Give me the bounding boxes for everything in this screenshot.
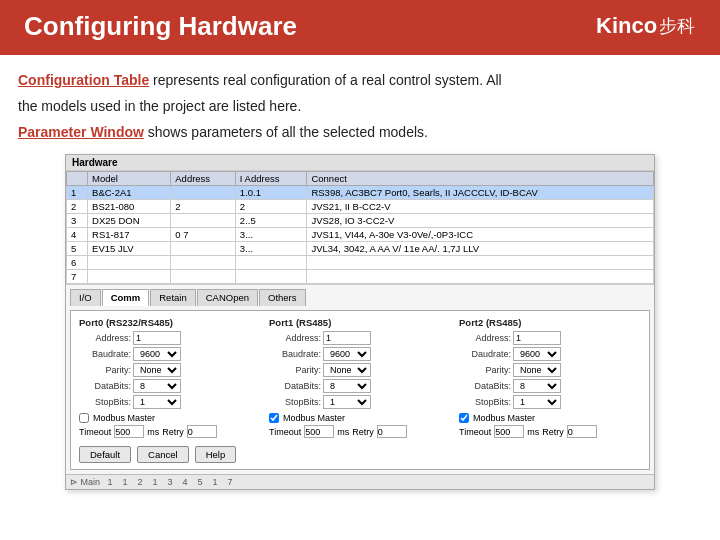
logo-area: Kinco 步科 <box>580 0 720 52</box>
bottom-tab-text: ⊳ Main 1 1 2 1 3 4 5 1 7 <box>70 477 233 487</box>
port1-timeout-input[interactable] <box>304 425 334 438</box>
port2-stopbits-field: StopBits: 1 <box>459 395 641 409</box>
col-num <box>67 172 88 186</box>
port2-baudrate-select[interactable]: 9600 <box>513 347 561 361</box>
cell-address <box>171 214 236 228</box>
col-connect: Connect <box>307 172 654 186</box>
port2-timeout-label: Timeout <box>459 427 491 437</box>
port1-stopbits-label: StopBits: <box>269 397 321 407</box>
desc-line3-suffix: shows parameters of all the selected mod… <box>148 124 428 140</box>
port2-timeout-unit: ms <box>527 427 539 437</box>
port1-modbus-checkbox[interactable] <box>269 413 279 423</box>
port1-databits-field: DataBits: 8 <box>269 379 451 393</box>
port2-stopbits-select[interactable]: 1 <box>513 395 561 409</box>
port2-col: Port2 (RS485) Address: Daudrate: 9600 Pa… <box>459 317 641 438</box>
cell-connect: JVS28, IO 3-CC2-V <box>307 214 654 228</box>
cell-model: RS1-817 <box>88 228 171 242</box>
cell-model: EV15 JLV <box>88 242 171 256</box>
port1-timeout-unit: ms <box>337 427 349 437</box>
port0-timeout-input[interactable] <box>114 425 144 438</box>
cell-address <box>171 242 236 256</box>
desc-line-2: the models used in the project are liste… <box>18 95 702 119</box>
port0-parity-field: Parity: None <box>79 363 261 377</box>
port1-modbus-label: Modbus Master <box>283 413 345 423</box>
port1-stopbits-select[interactable]: 1 <box>323 395 371 409</box>
port0-address-label: Address: <box>79 333 131 343</box>
port1-modbus-row: Modbus Master <box>269 413 451 423</box>
table-row[interactable]: 7 <box>67 270 654 284</box>
port2-databits-select[interactable]: 8 <box>513 379 561 393</box>
port1-parity-select[interactable]: None <box>323 363 371 377</box>
table-row[interactable]: 5EV15 JLV3...JVL34, 3042, A AA V/ 11e AA… <box>67 242 654 256</box>
port0-timeout-unit: ms <box>147 427 159 437</box>
tab-io[interactable]: I/O <box>70 289 101 306</box>
port0-databits-select[interactable]: 8 <box>133 379 181 393</box>
port0-title: Port0 (RS232/RS485) <box>79 317 261 328</box>
tab-canopen[interactable]: CANOpen <box>197 289 258 306</box>
port0-timeout-label: Timeout <box>79 427 111 437</box>
port0-retry-label: Retry <box>162 427 184 437</box>
port1-retry-input[interactable] <box>377 425 407 438</box>
port1-address-field: Address: <box>269 331 451 345</box>
table-row[interactable]: 6 <box>67 256 654 270</box>
port1-title: Port1 (RS485) <box>269 317 451 328</box>
cell-iaddress: 3... <box>235 228 307 242</box>
hw-table-section: Hardware Model Address I Address Connect… <box>66 155 654 285</box>
cell-model: BS21-080 <box>88 200 171 214</box>
port0-address-input[interactable] <box>133 331 181 345</box>
cancel-button[interactable]: Cancel <box>137 446 189 463</box>
port2-modbus-checkbox[interactable] <box>459 413 469 423</box>
port0-parity-select[interactable]: None <box>133 363 181 377</box>
port0-baudrate-select[interactable]: 9600 <box>133 347 181 361</box>
port1-col: Port1 (RS485) Address: Baudrate: 9600 Pa… <box>269 317 451 438</box>
hardware-table: Model Address I Address Connect 1B&C-2A1… <box>66 171 654 284</box>
port1-databits-label: DataBits: <box>269 381 321 391</box>
cell-num: 4 <box>67 228 88 242</box>
table-row[interactable]: 1B&C-2A11.0.1RS398, AC3BC7 Port0, Searls… <box>67 186 654 200</box>
cell-model: B&C-2A1 <box>88 186 171 200</box>
port2-timeout-row: Timeout ms Retry <box>459 425 641 438</box>
cell-iaddress <box>235 256 307 270</box>
cell-connect: JVS11, VI44, A-30e V3-0Ve/,-0P3-ICC <box>307 228 654 242</box>
port2-parity-field: Parity: None <box>459 363 641 377</box>
port2-retry-input[interactable] <box>567 425 597 438</box>
port0-parity-label: Parity: <box>79 365 131 375</box>
cell-model <box>88 270 171 284</box>
tab-comm[interactable]: Comm <box>102 289 150 306</box>
port1-parity-label: Parity: <box>269 365 321 375</box>
port2-title: Port2 (RS485) <box>459 317 641 328</box>
port0-stopbits-select[interactable]: 1 <box>133 395 181 409</box>
cell-address <box>171 270 236 284</box>
cell-iaddress: 1.0.1 <box>235 186 307 200</box>
cell-num: 7 <box>67 270 88 284</box>
port0-baudrate-field: Baudrate: 9600 <box>79 347 261 361</box>
port1-baudrate-select[interactable]: 9600 <box>323 347 371 361</box>
port0-timeout-row: Timeout ms Retry <box>79 425 261 438</box>
port1-address-input[interactable] <box>323 331 371 345</box>
table-row[interactable]: 4RS1-8170 73...JVS11, VI44, A-30e V3-0Ve… <box>67 228 654 242</box>
port0-retry-input[interactable] <box>187 425 217 438</box>
param-window-highlight: Parameter Window <box>18 124 144 140</box>
port2-parity-select[interactable]: None <box>513 363 561 377</box>
port2-databits-field: DataBits: 8 <box>459 379 641 393</box>
cell-connect: JVL34, 3042, A AA V/ 11e AA/. 1,7J LLV <box>307 242 654 256</box>
tab-retain[interactable]: Retain <box>150 289 195 306</box>
port0-modbus-checkbox[interactable] <box>79 413 89 423</box>
tab-others[interactable]: Others <box>259 289 306 306</box>
page-title: Configuring Hardware <box>24 11 297 42</box>
default-button[interactable]: Default <box>79 446 131 463</box>
port0-address-field: Address: <box>79 331 261 345</box>
table-row[interactable]: 3DX25 DON2..5JVS28, IO 3-CC2-V <box>67 214 654 228</box>
port1-databits-select[interactable]: 8 <box>323 379 371 393</box>
port2-timeout-input[interactable] <box>494 425 524 438</box>
help-button[interactable]: Help <box>195 446 237 463</box>
cell-num: 5 <box>67 242 88 256</box>
port2-databits-label: DataBits: <box>459 381 511 391</box>
port2-retry-label: Retry <box>542 427 564 437</box>
col-iaddress: I Address <box>235 172 307 186</box>
port0-databits-field: DataBits: 8 <box>79 379 261 393</box>
logo-chinese: 步科 <box>659 14 695 38</box>
port2-address-input[interactable] <box>513 331 561 345</box>
cell-address <box>171 256 236 270</box>
table-row[interactable]: 2BS21-08022JVS21, II B-CC2-V <box>67 200 654 214</box>
